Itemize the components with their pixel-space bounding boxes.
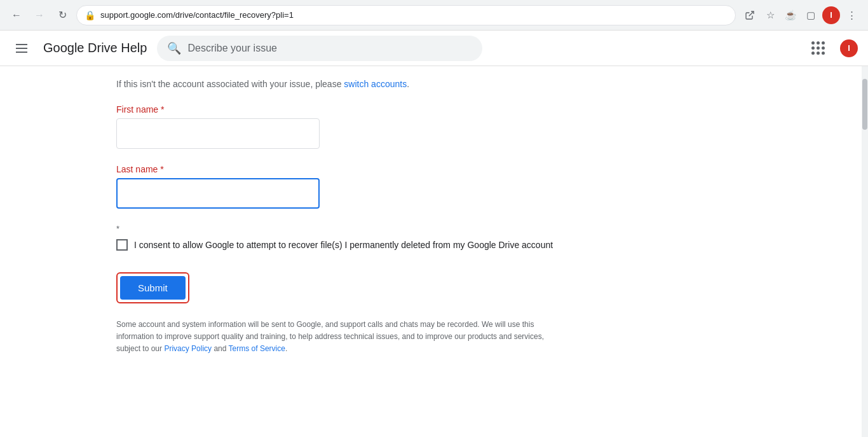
- extension-icon[interactable]: ☕: [782, 6, 799, 24]
- back-button[interactable]: ←: [8, 6, 25, 24]
- scroll-container[interactable]: If this isn't the account associated wit…: [0, 66, 868, 437]
- consent-group: I consent to allow Google to attempt to …: [116, 239, 752, 252]
- last-name-group: Last name *: [116, 164, 752, 209]
- privacy-policy-link[interactable]: Privacy Policy: [164, 344, 212, 353]
- first-name-group: First name *: [116, 104, 752, 149]
- page-wrapper: If this isn't the account associated wit…: [0, 66, 868, 437]
- submit-button[interactable]: Submit: [120, 276, 186, 300]
- url-text: support.google.com/drive/contact/file_re…: [100, 10, 728, 20]
- first-name-label: First name *: [116, 104, 752, 114]
- search-input[interactable]: [187, 43, 471, 54]
- browser-chrome: ← → ↻ 🔒 support.google.com/drive/contact…: [0, 0, 868, 31]
- switch-accounts-link[interactable]: switch accounts: [344, 79, 407, 89]
- search-icon: 🔍: [167, 41, 181, 55]
- terms-of-service-link[interactable]: Terms of Service: [229, 344, 285, 353]
- required-note: *: [116, 224, 752, 233]
- app-title: Google Drive Help: [43, 41, 147, 55]
- forward-button[interactable]: →: [31, 6, 48, 24]
- search-bar[interactable]: 🔍: [157, 36, 482, 61]
- submit-btn-highlight: Submit: [116, 272, 189, 303]
- profile-avatar[interactable]: I: [822, 6, 840, 24]
- first-name-input[interactable]: [116, 118, 320, 149]
- window-icon[interactable]: ▢: [802, 6, 820, 24]
- consent-text: I consent to allow Google to attempt to …: [134, 239, 553, 252]
- last-name-input[interactable]: [116, 178, 320, 209]
- lock-icon: 🔒: [85, 10, 95, 20]
- form-section: First name * Last name * * I consent to …: [116, 104, 752, 356]
- consent-checkbox[interactable]: [116, 239, 128, 251]
- svg-line-0: [749, 11, 754, 16]
- address-bar[interactable]: 🔒 support.google.com/drive/contact/file_…: [76, 5, 736, 25]
- apps-button[interactable]: [807, 37, 830, 60]
- scrollbar[interactable]: [862, 66, 868, 437]
- privacy-notice: Some account and system information will…: [116, 319, 561, 356]
- scrollbar-thumb[interactable]: [862, 79, 867, 130]
- header-profile-avatar[interactable]: I: [840, 39, 858, 57]
- page-content: If this isn't the account associated wit…: [91, 66, 777, 368]
- share-icon[interactable]: [741, 6, 759, 24]
- star-icon[interactable]: ☆: [761, 6, 779, 24]
- hamburger-button[interactable]: [10, 37, 33, 60]
- last-name-label: Last name *: [116, 164, 752, 174]
- menu-icon[interactable]: ⋮: [843, 6, 860, 24]
- submit-wrapper: Submit: [116, 272, 752, 303]
- reload-button[interactable]: ↻: [53, 6, 71, 24]
- apps-grid-icon: [811, 41, 825, 55]
- app-header: Google Drive Help 🔍 I: [0, 31, 868, 66]
- account-notice: If this isn't the account associated wit…: [116, 79, 752, 89]
- browser-actions: ☆ ☕ ▢ I ⋮: [741, 6, 860, 24]
